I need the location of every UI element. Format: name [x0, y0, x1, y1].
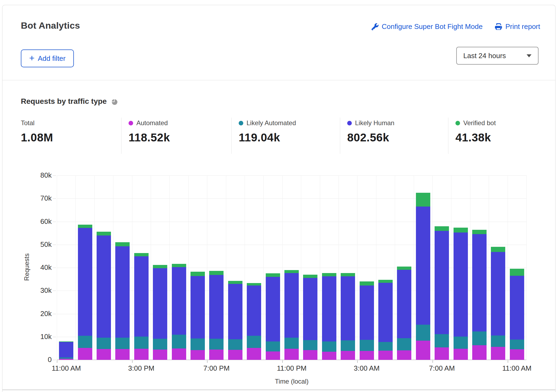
add-filter-button[interactable]: + Add filter	[21, 49, 74, 67]
likely-human-segment	[153, 268, 167, 339]
y-tick-mark	[53, 222, 56, 222]
x-tick-label: 11:00 PM	[277, 364, 306, 373]
likely-automated-segment	[209, 339, 224, 350]
time-range-select[interactable]: Last 24 hours	[456, 47, 539, 65]
bar-10-9-00-pm[interactable]	[247, 175, 261, 360]
automated-segment	[341, 351, 355, 360]
verified-bot-segment	[472, 230, 487, 234]
bar-19-6-00-am[interactable]	[416, 175, 430, 360]
automated-segment	[472, 345, 487, 360]
verified-bot-segment	[247, 283, 261, 285]
y-tick-label: 0	[33, 356, 52, 364]
bar-15-2-00-am[interactable]	[341, 175, 355, 360]
bar-16-3-00-am[interactable]	[360, 175, 374, 360]
automated-legend-dot	[129, 121, 133, 125]
likely-automated-segment	[454, 337, 468, 349]
likely-human-segment	[454, 232, 468, 337]
stat-label-text: Likely Human	[355, 119, 394, 127]
verified-bot-segment	[303, 275, 317, 278]
bar-20-7-00-am[interactable]	[435, 175, 449, 360]
x-tick-label: 11:00 AM	[502, 364, 531, 373]
verified-bot-segment	[209, 271, 224, 275]
verified-bot-segment	[115, 242, 130, 246]
v-gridline	[470, 175, 470, 360]
y-tick-label: 80k	[33, 171, 52, 180]
v-gridline	[263, 175, 264, 360]
stat-label-text: Automated	[136, 119, 168, 127]
automated-segment	[378, 351, 393, 360]
v-gridline	[357, 175, 357, 360]
likely-automated-segment	[172, 335, 186, 348]
v-gridline	[526, 175, 527, 360]
bar-7-6-00-pm[interactable]	[191, 175, 205, 360]
automated-segment	[209, 350, 224, 360]
configure-super-bot-fight-mode-link[interactable]: Configure Super Bot Fight Mode	[372, 22, 483, 31]
y-tick-label: 40k	[33, 263, 52, 272]
x-tick-mark	[357, 360, 358, 363]
v-gridline	[339, 175, 339, 360]
bar-4-3-00-pm[interactable]	[134, 175, 149, 360]
v-gridline	[320, 175, 320, 360]
verified-bot-segment	[510, 269, 524, 276]
y-tick-label: 30k	[33, 286, 52, 295]
verified-bot-segment	[228, 281, 242, 284]
bar-21-8-00-am[interactable]	[454, 175, 468, 360]
stat-likely-automated: Likely Automated119.04k	[231, 118, 340, 154]
bar-18-5-00-am[interactable]	[397, 175, 411, 360]
automated-segment	[397, 350, 411, 360]
bar-5-4-00-pm[interactable]	[153, 175, 167, 360]
bar-3-2-00-pm[interactable]	[115, 175, 130, 360]
verified-bot-segment	[78, 225, 92, 228]
stat-verified-bot: Verified bot41.38k	[448, 118, 537, 154]
automated-segment	[435, 347, 449, 360]
header-divider	[2, 80, 555, 80]
likely-human-segment	[172, 267, 186, 335]
verified-bot-segment	[134, 253, 149, 256]
bar-22-9-00-am[interactable]	[472, 175, 487, 360]
verified-bot-segment	[284, 270, 299, 273]
v-gridline	[245, 175, 245, 360]
verified-bot-segment	[378, 280, 393, 283]
bar-0-11-00-am[interactable]	[59, 175, 73, 360]
automated-segment	[228, 350, 242, 360]
v-gridline	[113, 175, 113, 360]
v-gridline	[395, 175, 395, 360]
bar-9-8-00-pm[interactable]	[228, 175, 242, 360]
time-range-value: Last 24 hours	[463, 52, 506, 60]
bar-24-11-00-am[interactable]	[510, 175, 524, 360]
likely-automated-segment	[247, 336, 261, 348]
likely-automated-segment	[378, 342, 393, 351]
x-tick-mark	[508, 360, 508, 363]
likely-human-segment	[322, 276, 336, 341]
stat-label-text: Verified bot	[463, 119, 496, 127]
bar-14-1-00-am[interactable]	[322, 175, 336, 360]
bar-17-4-00-am[interactable]	[378, 175, 393, 360]
bar-1-12-00-pm[interactable]	[78, 175, 92, 360]
bottom-divider	[2, 390, 555, 390]
stat-label: Likely Automated	[239, 119, 333, 127]
likely-human-segment	[416, 207, 430, 325]
x-tick-label: 3:00 PM	[128, 364, 155, 373]
x-tick-label: 7:00 PM	[203, 364, 230, 373]
bar-6-5-00-pm[interactable]	[172, 175, 186, 360]
stat-label-text: Total	[21, 119, 35, 127]
likely-human-legend-dot	[347, 121, 352, 125]
automated-segment	[153, 350, 167, 360]
bar-8-7-00-pm[interactable]	[209, 175, 224, 360]
bar-23-10-00-am[interactable]	[491, 175, 505, 360]
v-gridline	[432, 175, 433, 360]
print-report-link[interactable]: Print report	[495, 22, 540, 31]
y-tick-mark	[53, 245, 56, 245]
verified-bot-segment	[397, 267, 411, 270]
automated-segment	[284, 349, 299, 360]
bar-11-10-00-pm[interactable]	[266, 175, 280, 360]
bar-2-1-00-pm[interactable]	[97, 175, 111, 360]
bar-13-12-00-am[interactable]	[303, 175, 317, 360]
pie-chart-icon	[111, 98, 118, 105]
automated-segment	[416, 341, 430, 360]
likely-automated-legend-dot	[239, 121, 243, 125]
bar-12-11-00-pm[interactable]	[284, 175, 299, 360]
verified-bot-segment	[435, 226, 449, 231]
stat-label-text: Likely Automated	[247, 119, 296, 127]
verified-bot-segment	[191, 272, 205, 276]
